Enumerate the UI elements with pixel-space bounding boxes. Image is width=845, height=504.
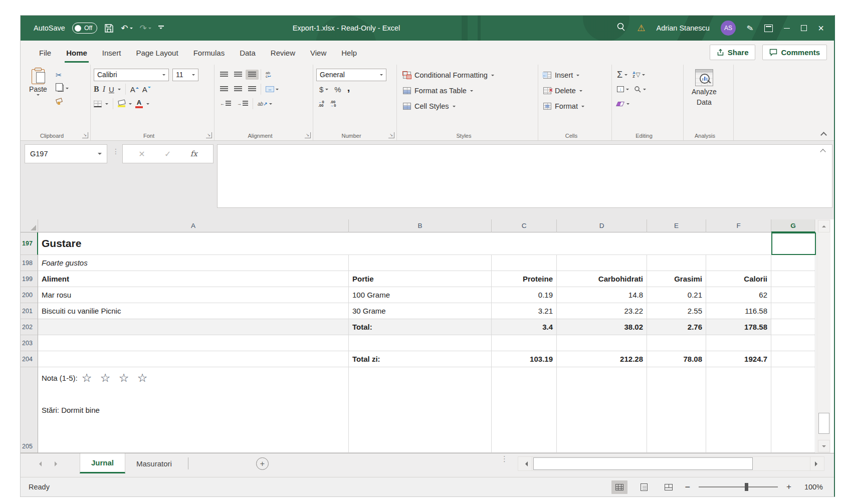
font-color-button[interactable]: A	[135, 99, 143, 108]
cell-e201[interactable]: 2.55	[647, 303, 706, 319]
font-size-select[interactable]: 11	[172, 69, 198, 81]
cell[interactable]	[38, 351, 349, 367]
cell[interactable]	[647, 255, 706, 271]
row-header-205[interactable]: 205	[21, 367, 38, 453]
tab-file[interactable]: File	[32, 41, 59, 65]
cell[interactable]	[771, 319, 815, 335]
user-name[interactable]: Adrian Stanescu	[657, 24, 710, 32]
insert-cells-button[interactable]: Insert	[543, 68, 584, 82]
normal-view-button[interactable]	[611, 480, 627, 494]
column-header-e[interactable]: E	[647, 219, 706, 232]
merge-center-button[interactable]: ↔	[263, 84, 281, 94]
cell[interactable]	[492, 367, 557, 453]
formula-input[interactable]	[217, 144, 832, 208]
cell[interactable]	[349, 255, 492, 271]
cell-b200[interactable]: 100 Grame	[349, 287, 492, 303]
close-button[interactable]: ×	[818, 23, 824, 33]
paste-button[interactable]: Paste	[24, 68, 53, 130]
cell-a200[interactable]: Mar rosu	[38, 287, 349, 303]
chevron-down-icon[interactable]	[118, 89, 121, 92]
column-header-b[interactable]: B	[349, 219, 492, 232]
avatar[interactable]: AS	[721, 21, 736, 36]
column-header-f[interactable]: F	[706, 219, 771, 232]
row-header-201[interactable]: 201	[21, 303, 38, 319]
cell-d199[interactable]: Carbohidrati	[557, 271, 647, 287]
cell-a199[interactable]: Aliment	[38, 271, 349, 287]
cell-f201[interactable]: 116.58	[706, 303, 771, 319]
vertical-scroll-thumb[interactable]	[818, 413, 829, 434]
cell-f202[interactable]: 178.58	[706, 319, 771, 335]
bold-button[interactable]: B	[94, 85, 99, 93]
font-name-select[interactable]: Calibri	[94, 69, 169, 81]
tab-data[interactable]: Data	[232, 41, 263, 65]
wrap-text-button[interactable]: abc↩	[263, 69, 274, 80]
column-header-d[interactable]: D	[557, 219, 647, 232]
italic-button[interactable]: I	[103, 85, 105, 93]
autosave-toggle[interactable]: Off	[72, 23, 97, 34]
cell[interactable]	[38, 335, 349, 351]
tab-formulas[interactable]: Formulas	[186, 41, 233, 65]
enter-check-icon[interactable]: ✓	[164, 149, 171, 159]
percent-format-button[interactable]: %	[334, 86, 341, 93]
cell[interactable]	[492, 255, 557, 271]
drag-handle-icon[interactable]: ⋮	[112, 147, 119, 155]
tab-view[interactable]: View	[303, 41, 334, 65]
comments-button[interactable]: Comments	[762, 45, 827, 60]
row-header-197[interactable]: 197	[21, 232, 38, 255]
cell-a205[interactable]: Nota (1-5):☆ ☆ ☆ ☆ Stări: Dormit bine	[38, 367, 349, 453]
cell[interactable]	[349, 335, 492, 351]
cell[interactable]	[349, 367, 492, 453]
zoom-slider-thumb[interactable]	[745, 483, 748, 491]
cell-b201[interactable]: 30 Grame	[349, 303, 492, 319]
center-button[interactable]	[232, 84, 245, 94]
scroll-up-button[interactable]	[818, 220, 830, 232]
cell[interactable]	[771, 303, 815, 319]
sort-filter-button[interactable]: AZ▽	[632, 68, 645, 82]
tab-review[interactable]: Review	[263, 41, 303, 65]
bottom-align-button[interactable]	[246, 70, 259, 80]
cell-c202[interactable]: 3.4	[492, 319, 557, 335]
top-align-button[interactable]	[218, 70, 231, 80]
underline-button[interactable]: U	[109, 86, 114, 93]
zoom-in-button[interactable]: +	[786, 482, 791, 492]
zoom-level[interactable]: 100%	[800, 483, 823, 491]
column-header-g[interactable]: G	[771, 219, 815, 232]
cell-e204[interactable]: 78.08	[647, 351, 706, 367]
undo-button[interactable]: ↶	[121, 24, 132, 33]
scroll-right-button[interactable]	[810, 457, 824, 470]
horizontal-scrollbar[interactable]	[518, 456, 824, 471]
cut-button[interactable]: ✂	[56, 70, 69, 81]
increase-font-size-button[interactable]: A	[130, 85, 139, 94]
delete-cells-button[interactable]: Delete	[543, 84, 584, 98]
cell[interactable]	[557, 255, 647, 271]
sheet-tab-masuratori[interactable]: Masuratori	[125, 453, 183, 473]
format-painter-button[interactable]	[56, 96, 69, 107]
cell-f199[interactable]: Calorii	[706, 271, 771, 287]
cell-d202[interactable]: 38.02	[557, 319, 647, 335]
cancel-icon[interactable]: ✕	[138, 149, 145, 159]
cell[interactable]	[771, 367, 815, 453]
tab-page-layout[interactable]: Page Layout	[128, 41, 185, 65]
customize-quick-access-button[interactable]	[158, 26, 164, 31]
row-header-204[interactable]: 204	[21, 351, 38, 367]
cell[interactable]	[706, 255, 771, 271]
dialog-launcher-icon[interactable]: ↘	[388, 132, 394, 138]
vertical-scrollbar[interactable]	[816, 219, 830, 453]
increase-indent-button[interactable]: →	[235, 99, 251, 109]
cell-a201[interactable]: Biscuiti cu vanilie Picnic	[38, 303, 349, 319]
cell-styles-button[interactable]: Cell Styles	[403, 99, 494, 113]
column-header-c[interactable]: C	[492, 219, 557, 232]
decrease-decimal-button[interactable]: .00→0	[330, 100, 336, 108]
share-button[interactable]: Share	[710, 45, 756, 60]
dialog-launcher-icon[interactable]: ↘	[206, 132, 212, 138]
row-header-200[interactable]: 200	[21, 287, 38, 303]
align-left-button[interactable]	[218, 84, 231, 94]
select-all-corner[interactable]	[21, 219, 38, 232]
whats-new-pen-icon[interactable]: ✎	[746, 23, 754, 33]
zoom-slider[interactable]	[699, 486, 778, 487]
middle-align-button[interactable]	[232, 70, 245, 80]
scroll-down-button[interactable]	[818, 440, 830, 452]
cell-c201[interactable]: 3.21	[492, 303, 557, 319]
cell-a198[interactable]: Foarte gustos	[38, 255, 349, 271]
row-header-203[interactable]: 203	[21, 335, 38, 351]
